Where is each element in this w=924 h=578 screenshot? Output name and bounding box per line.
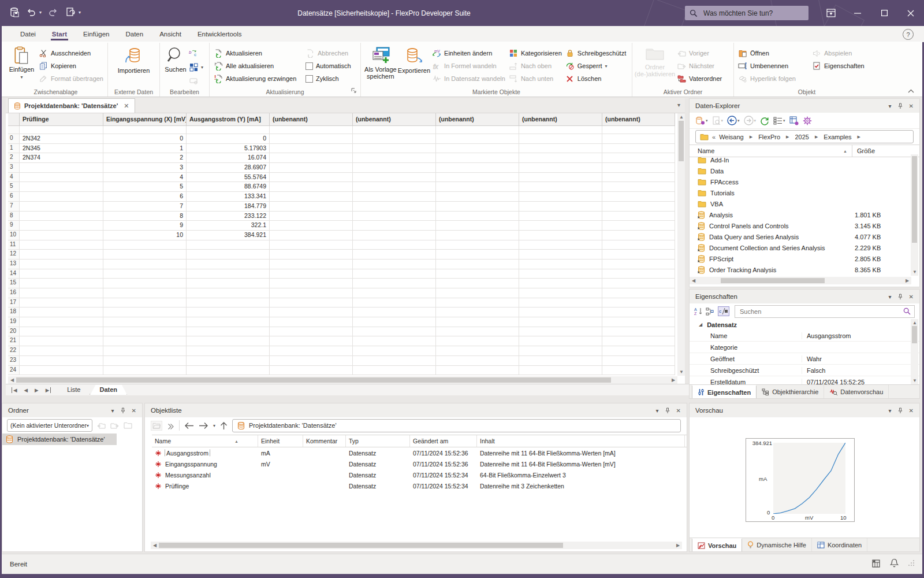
- grid-cell[interactable]: 5.17903: [187, 144, 270, 154]
- export-button[interactable]: Exportieren: [398, 45, 430, 74]
- grid-cell[interactable]: [602, 288, 675, 298]
- grid-row[interactable]: 3328.6907: [8, 163, 677, 173]
- explorer-item[interactable]: Order Tracking Analysis8.365 KB: [690, 264, 911, 275]
- grid-cell[interactable]: [270, 163, 353, 173]
- grid-cell[interactable]: [20, 173, 103, 183]
- chevron-down-icon[interactable]: ▾: [889, 407, 892, 414]
- object-list-breadcrumb[interactable]: Projektdatenbank: 'Datensätze': [232, 419, 681, 432]
- refresh-button[interactable]: Aktualisieren: [212, 47, 299, 59]
- tell-me-search-input[interactable]: [702, 9, 791, 18]
- grid-cell[interactable]: [20, 269, 103, 279]
- grid-cell[interactable]: [602, 317, 675, 327]
- grid-cell[interactable]: [103, 366, 187, 376]
- grid-cell[interactable]: [602, 163, 675, 173]
- grid-cell[interactable]: [103, 240, 187, 250]
- cut-button[interactable]: Ausschneiden: [37, 47, 105, 59]
- grid-row[interactable]: 4455.5764: [8, 173, 677, 183]
- object-cell[interactable]: Datenreihe mit 11 64-Bit Fließkomma-Wert…: [477, 450, 685, 457]
- grid-cell[interactable]: [353, 327, 436, 337]
- property-row[interactable]: SchreibgeschütztFalsch: [690, 365, 919, 376]
- grid-cell[interactable]: 8: [103, 212, 187, 221]
- grid-cell[interactable]: [20, 212, 103, 221]
- document-tab[interactable]: Projektdatenbank: 'Datensätze' ✕: [8, 98, 135, 113]
- grid-cell[interactable]: 9: [103, 221, 187, 231]
- grid-cell[interactable]: [103, 269, 187, 279]
- next-sheet-icon[interactable]: ▶: [31, 387, 42, 393]
- grid-cell[interactable]: 3: [103, 163, 187, 173]
- grid-cell[interactable]: [20, 192, 103, 202]
- grid-cell[interactable]: [187, 126, 270, 134]
- property-row[interactable]: Kategorie: [690, 342, 919, 353]
- grid-cell[interactable]: [602, 307, 675, 317]
- grid-cell[interactable]: [187, 240, 270, 250]
- cancel-refresh-button[interactable]: Abbrechen: [304, 47, 353, 59]
- grid-row[interactable]: 14: [8, 269, 677, 279]
- grid-cell[interactable]: [436, 288, 519, 298]
- grid-cell[interactable]: [270, 346, 353, 356]
- breadcrumb-item[interactable]: Weisang: [719, 134, 744, 140]
- chevron-down-icon[interactable]: ▾: [889, 294, 892, 300]
- grid-cell[interactable]: [519, 366, 602, 376]
- scrollbar-thumb[interactable]: [912, 156, 917, 243]
- maximize-button[interactable]: [871, 0, 897, 26]
- grid-cell[interactable]: [519, 317, 602, 327]
- grid-cell[interactable]: [602, 182, 675, 192]
- grid-column-header[interactable]: Prüflinge: [20, 113, 103, 126]
- grid-cell[interactable]: 2N345: [20, 144, 103, 154]
- property-value[interactable]: Wahr: [802, 355, 919, 362]
- grid-cell[interactable]: [436, 269, 519, 279]
- object-cell[interactable]: 07/11/2024 15:52:36: [410, 450, 477, 457]
- scrollbar-thumb[interactable]: [912, 326, 917, 343]
- object-list-row[interactable]: PrüflingeDatensatz07/11/2024 15:52:34Dat…: [152, 480, 687, 491]
- grid-cell[interactable]: [436, 317, 519, 327]
- grid-cell[interactable]: [602, 366, 675, 376]
- grid-cell[interactable]: [353, 317, 436, 327]
- grid-cell[interactable]: [187, 288, 270, 298]
- grid-cell[interactable]: 4: [103, 173, 187, 183]
- close-document-icon[interactable]: ✕: [124, 102, 129, 110]
- tab-start[interactable]: Start: [44, 28, 75, 40]
- object-cell[interactable]: Datensatz: [346, 461, 410, 468]
- scrollbar-thumb[interactable]: [16, 377, 611, 383]
- sheet-tab-daten[interactable]: Daten: [90, 385, 127, 395]
- grid-row[interactable]: 11: [8, 240, 677, 250]
- object-cell[interactable]: 07/11/2024 15:52:36: [410, 461, 477, 468]
- grid-cell[interactable]: [436, 250, 519, 260]
- grid-row[interactable]: 17: [8, 298, 677, 308]
- grid-cell[interactable]: [187, 269, 270, 279]
- object-list-horizontal-scrollbar[interactable]: ◀ ▶: [151, 542, 682, 549]
- properties-search-input[interactable]: [739, 307, 903, 316]
- grid-cell[interactable]: [270, 327, 353, 337]
- refresh-all-button[interactable]: Alle aktualisieren: [212, 60, 299, 72]
- scrollbar-thumb[interactable]: [721, 278, 825, 283]
- grid-cell[interactable]: [270, 202, 353, 212]
- object-list-row[interactable]: MessungsanzahlDatensatz07/11/2024 15:52:…: [152, 469, 687, 480]
- grid-cell[interactable]: [353, 250, 436, 260]
- grid-row[interactable]: 88233.122: [8, 212, 677, 221]
- index-table-button[interactable]: [789, 116, 799, 125]
- cyclic-checkbox[interactable]: Zyklisch: [304, 73, 353, 84]
- grid-cell[interactable]: [602, 173, 675, 183]
- grid-cell[interactable]: [103, 346, 187, 356]
- property-value[interactable]: Falsch: [802, 367, 919, 374]
- grid-cell[interactable]: [353, 173, 436, 183]
- grid-cell[interactable]: [103, 307, 187, 317]
- format-painter-button[interactable]: Format übertragen: [37, 73, 105, 84]
- grid-cell[interactable]: 7: [103, 202, 187, 212]
- chevron-down-icon[interactable]: ▾: [111, 407, 114, 414]
- replace-button[interactable]: bc: [189, 47, 203, 59]
- grid-horizontal-scrollbar[interactable]: ◀ ▶: [8, 376, 677, 384]
- grid-cell[interactable]: 0: [103, 134, 187, 144]
- tab-datei[interactable]: Datei: [12, 28, 44, 40]
- grid-cell[interactable]: [436, 346, 519, 356]
- grid-cell[interactable]: [602, 240, 675, 250]
- grid-cell[interactable]: [103, 298, 187, 308]
- grid-row[interactable]: 18: [8, 307, 677, 317]
- grid-cell[interactable]: [602, 260, 675, 269]
- grid-cell[interactable]: [353, 366, 436, 376]
- grid-row[interactable]: 99322.1: [8, 221, 677, 231]
- help-icon[interactable]: ?: [903, 29, 914, 40]
- tell-me-search[interactable]: [685, 6, 808, 20]
- grid-cell[interactable]: [436, 173, 519, 183]
- close-icon[interactable]: ✕: [132, 407, 136, 414]
